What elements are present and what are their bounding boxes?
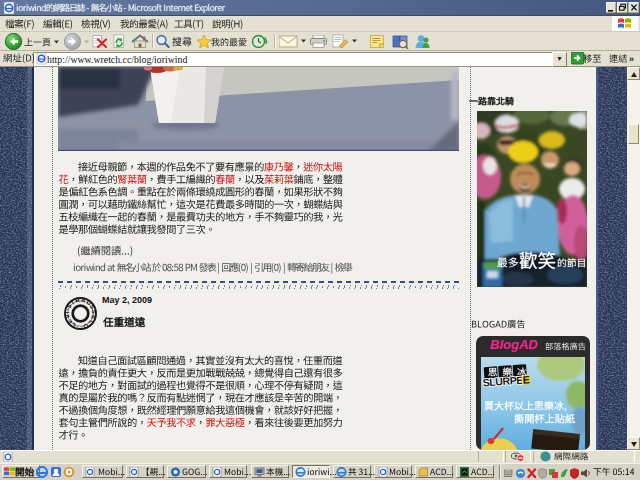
svg-text:·LEVI·STRAUSS&CO·SF·CAL: ·LEVI·STRAUSS&CO·SF·CAL — [63, 296, 97, 330]
svg-text:E: E — [522, 373, 530, 385]
svg-text:SLURPE: SLURPE — [482, 374, 523, 389]
